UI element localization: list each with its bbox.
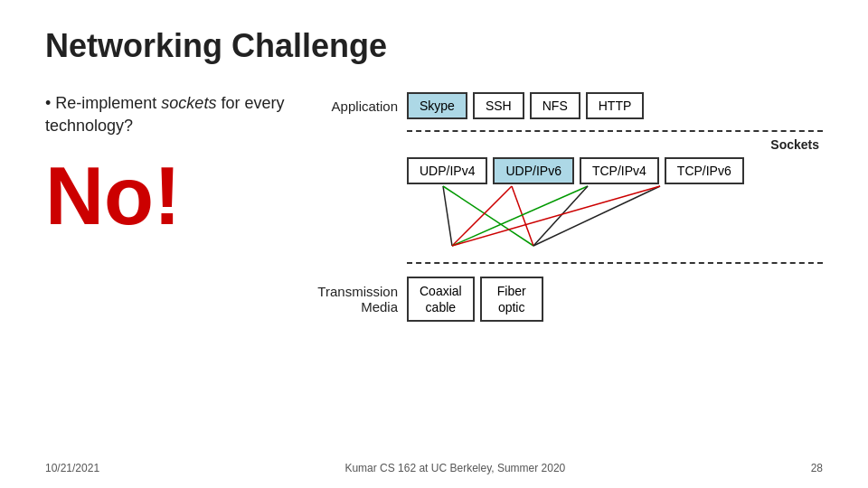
top-dashed-line — [407, 130, 823, 132]
app-row: Application Skype SSH NFS HTTP — [316, 92, 823, 119]
content-area: • Re-implement sockets for every technol… — [45, 92, 823, 322]
proto-udpv4: UDP/IPv4 — [407, 157, 487, 184]
bullet-prefix: Re-implement — [55, 94, 161, 112]
sockets-row: Sockets — [316, 125, 823, 152]
svg-line-6 — [533, 186, 660, 246]
svg-line-5 — [533, 186, 588, 246]
no-label: No! — [45, 155, 298, 237]
slide-title: Networking Challenge — [45, 27, 823, 65]
proto-tcpv4: TCP/IPv4 — [580, 157, 659, 184]
app-box-http: HTTP — [586, 92, 645, 119]
sockets-label: Sockets — [407, 137, 823, 152]
bullet-italic: sockets — [161, 94, 216, 112]
connector-area — [316, 184, 823, 257]
diagram-wrapper: Application Skype SSH NFS HTTP Sockets — [316, 92, 823, 322]
slide: Networking Challenge • Re-implement sock… — [0, 0, 868, 488]
sockets-line-area: Sockets — [407, 125, 823, 152]
proto-boxes: UDP/IPv4 UDP/IPv6 TCP/IPv4 TCP/IPv6 — [407, 157, 744, 184]
footer-page: 28 — [811, 462, 823, 474]
svg-line-0 — [443, 186, 452, 246]
proto-tcpv6: TCP/IPv6 — [665, 157, 744, 184]
media-label: Transmission Media — [316, 284, 398, 314]
footer-date: 10/21/2021 — [45, 462, 99, 474]
bottom-dashed-area — [407, 257, 823, 269]
left-panel: • Re-implement sockets for every technol… — [45, 92, 298, 237]
app-boxes: Skype SSH NFS HTTP — [407, 92, 644, 119]
proto-udpv6: UDP/IPv6 — [493, 157, 573, 184]
svg-line-7 — [452, 186, 660, 246]
app-box-skype: Skype — [407, 92, 467, 119]
app-label: Application — [316, 99, 398, 114]
bullet-point: • Re-implement sockets for every technol… — [45, 92, 298, 137]
footer-credit: Kumar CS 162 at UC Berkeley, Summer 2020 — [344, 462, 565, 474]
media-boxes: Coaxial cable Fiber optic — [407, 277, 543, 322]
svg-line-3 — [512, 186, 533, 246]
protocol-row: UDP/IPv4 UDP/IPv6 TCP/IPv4 TCP/IPv6 — [316, 157, 823, 184]
media-row: Transmission Media Coaxial cable Fiber o… — [316, 277, 823, 322]
bottom-dashed-line — [407, 262, 823, 264]
bottom-dashed-row — [316, 257, 823, 269]
footer: 10/21/2021 Kumar CS 162 at UC Berkeley, … — [45, 462, 823, 474]
media-coaxial: Coaxial cable — [407, 277, 475, 322]
app-box-nfs: NFS — [530, 92, 580, 119]
connector-svg — [407, 184, 787, 257]
media-fiber: Fiber optic — [480, 277, 543, 322]
app-box-ssh: SSH — [473, 92, 524, 119]
